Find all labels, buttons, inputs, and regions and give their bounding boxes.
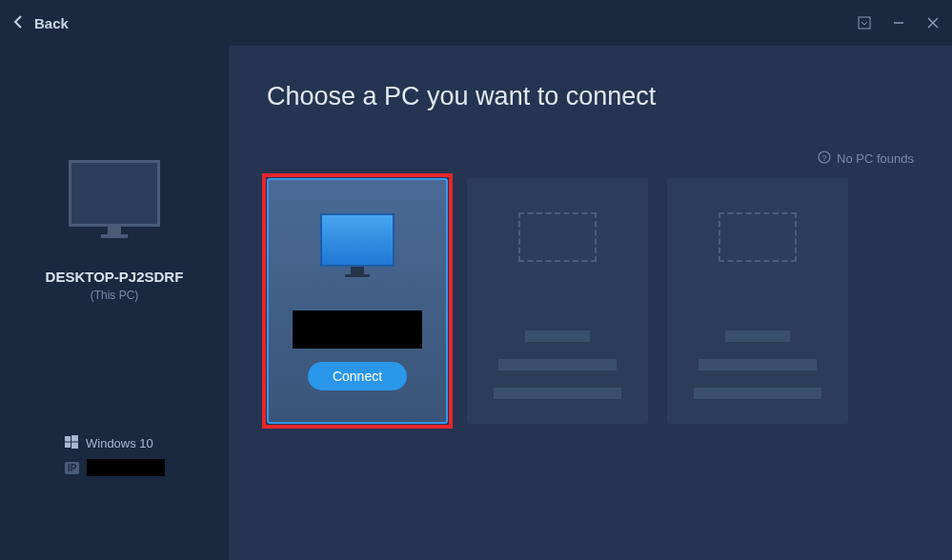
pc-monitor-icon xyxy=(320,213,395,267)
no-pc-found-link[interactable]: ? No PC founds xyxy=(818,150,914,167)
placeholder-line xyxy=(725,330,790,342)
svg-text:?: ? xyxy=(822,153,827,163)
this-pc-monitor-icon xyxy=(69,160,160,227)
pc-cards: Connect xyxy=(267,178,914,424)
placeholder-line xyxy=(694,388,821,399)
svg-rect-4 xyxy=(65,436,71,442)
placeholder-line xyxy=(498,359,617,370)
no-pc-label: No PC founds xyxy=(837,151,914,166)
svg-rect-5 xyxy=(71,435,78,442)
windows-icon xyxy=(65,435,78,451)
help-icon: ? xyxy=(818,150,831,167)
ip-badge: IP xyxy=(65,462,79,474)
content: DESKTOP-PJ2SDRF (This PC) Windows 10 IP … xyxy=(0,46,952,560)
minimize-button[interactable] xyxy=(891,15,906,30)
page-title: Choose a PC you want to connect xyxy=(267,82,914,111)
svg-rect-0 xyxy=(859,17,870,29)
this-pc-name: DESKTOP-PJ2SDRF xyxy=(46,269,184,285)
back-button[interactable]: Back xyxy=(11,14,69,32)
titlebar: Back xyxy=(0,0,952,46)
window-controls xyxy=(857,15,941,30)
os-info-row: Windows 10 xyxy=(65,435,198,451)
pc-name-redacted xyxy=(293,310,422,349)
placeholder-line xyxy=(525,330,590,342)
pc-card-active[interactable]: Connect xyxy=(267,178,448,424)
connect-button[interactable]: Connect xyxy=(308,362,407,390)
ip-info-row: IP xyxy=(65,459,198,476)
close-button[interactable] xyxy=(925,15,941,30)
dropdown-icon[interactable] xyxy=(857,15,872,30)
sidebar: DESKTOP-PJ2SDRF (This PC) Windows 10 IP xyxy=(0,46,229,560)
svg-rect-7 xyxy=(71,443,78,450)
sidebar-info: Windows 10 IP xyxy=(65,435,198,484)
arrow-left-icon xyxy=(11,14,27,32)
svg-rect-6 xyxy=(65,443,71,449)
os-label: Windows 10 xyxy=(86,436,153,450)
placeholder-monitor-icon xyxy=(518,212,597,262)
placeholder-line xyxy=(699,359,817,370)
ip-value xyxy=(87,459,165,476)
this-pc-label: (This PC) xyxy=(91,289,139,302)
placeholder-line xyxy=(494,388,621,399)
placeholder-monitor-icon xyxy=(719,212,797,262)
main-panel: Choose a PC you want to connect ? No PC … xyxy=(229,46,952,560)
pc-card-placeholder xyxy=(467,178,648,424)
pc-card-placeholder xyxy=(667,178,848,424)
back-label: Back xyxy=(34,15,69,31)
